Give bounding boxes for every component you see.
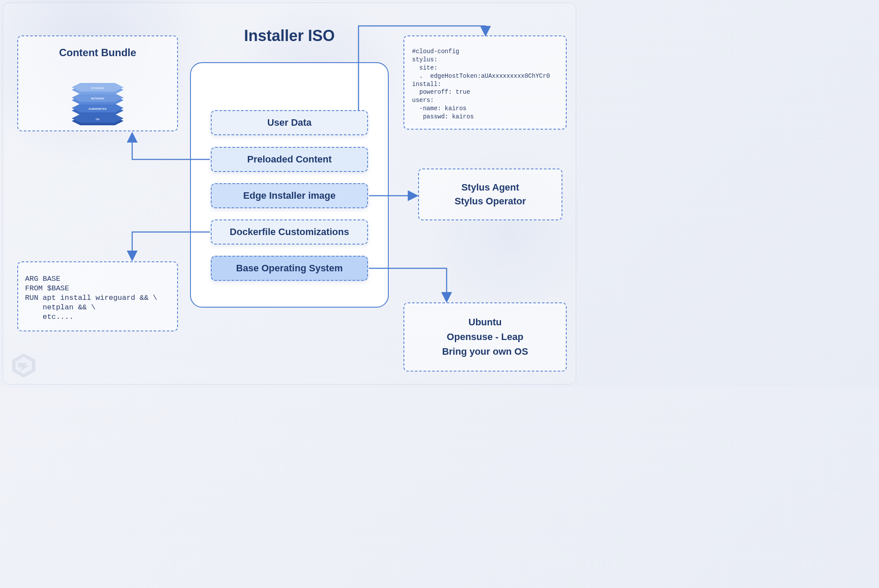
cloud-config-text: #cloud-config stylus: site: . edgeHostTo… <box>412 48 558 121</box>
layer-preloaded-content: Preloaded Content <box>211 147 368 172</box>
stylus-operator-label: Stylus Operator <box>454 196 526 207</box>
svg-text:NETWORK: NETWORK <box>91 97 105 100</box>
diagram-title: Installer ISO <box>190 27 389 45</box>
layer-edge-installer: Edge Installer image <box>211 183 368 208</box>
stylus-box: Stylus Agent Stylus Operator <box>418 168 562 220</box>
content-bundle-title: Content Bundle <box>18 47 177 59</box>
brand-logo-icon <box>9 353 39 378</box>
stylus-agent-label: Stylus Agent <box>461 182 519 193</box>
os-options-box: Ubuntu Opensuse - Leap Bring your own OS <box>403 302 567 372</box>
dockerfile-text: ARG BASE FROM $BASE RUN apt install wire… <box>25 274 170 322</box>
cloud-config-box: #cloud-config stylus: site: . edgeHostTo… <box>403 35 567 130</box>
os-option-ubuntu: Ubuntu <box>469 317 502 328</box>
dockerfile-box: ARG BASE FROM $BASE RUN apt install wire… <box>17 261 178 331</box>
layer-base-os: Base Operating System <box>211 256 368 281</box>
os-option-byo: Bring your own OS <box>442 346 528 357</box>
layer-user-data: User Data <box>211 110 368 135</box>
layer-dockerfile-customizations: Dockerfile Customizations <box>211 219 368 245</box>
content-bundle-box: Content Bundle OS KUBERNETES NETWORK STO… <box>17 35 178 131</box>
stack-icon: OS KUBERNETES NETWORK STORAGE <box>63 75 132 131</box>
os-option-opensuse: Opensuse - Leap <box>447 331 523 343</box>
svg-text:STORAGE: STORAGE <box>91 87 104 89</box>
svg-text:OS: OS <box>96 118 100 121</box>
svg-text:KUBERNETES: KUBERNETES <box>89 108 106 110</box>
